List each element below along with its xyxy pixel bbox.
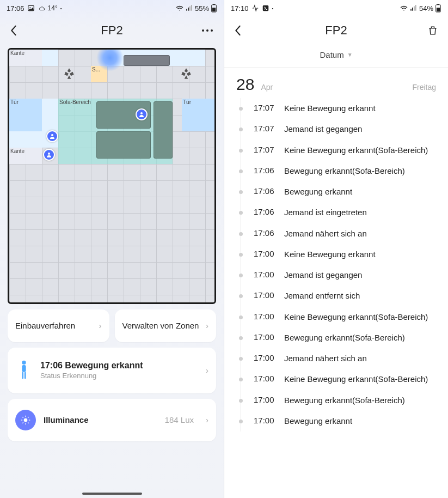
app-icon <box>262 4 269 12</box>
log-row[interactable]: 17:07Jemand ist gegangen <box>224 119 448 139</box>
log-message: Bewegung erkannt(Sofa-Bereich) <box>284 332 405 343</box>
furniture-sofa <box>96 131 151 159</box>
zone-edge-1[interactable]: Kante <box>9 50 42 66</box>
log-row[interactable]: 17:00Keine Bewegung erkannt(Sofa-Bereich… <box>224 369 448 390</box>
log-time: 17:00 <box>254 332 284 342</box>
plant-icon <box>61 66 77 82</box>
timeline-dot-icon <box>239 315 243 319</box>
timeline-dot-icon <box>239 211 243 215</box>
log-time: 17:00 <box>254 249 284 258</box>
dot-icon: • <box>60 6 62 11</box>
log-row[interactable]: 17:00Keine Bewegung erkannt <box>224 244 448 265</box>
image-icon <box>27 4 35 12</box>
log-time: 17:00 <box>254 374 284 383</box>
zone-door-2[interactable]: Tür <box>182 99 214 131</box>
log-message: Jemand nähert sich an <box>284 228 367 239</box>
svg-rect-34 <box>437 4 439 5</box>
log-row[interactable]: 17:00Bewegung erkannt(Sofa-Bereich) <box>224 390 448 411</box>
timeline-dot-icon <box>239 127 243 131</box>
delete-button[interactable] <box>416 25 438 37</box>
sensor-beam-icon <box>96 48 124 71</box>
illuminance-label: Illuminance <box>44 415 89 424</box>
log-message: Jemand ist eingetreten <box>284 207 367 218</box>
svg-line-25 <box>28 422 29 423</box>
log-message: Bewegung erkannt(Sofa-Bereich) <box>284 166 405 177</box>
battery-icon <box>211 4 217 13</box>
back-button[interactable] <box>10 25 32 37</box>
log-time: 17:00 <box>254 416 284 425</box>
dot-icon: • <box>272 6 274 11</box>
log-message: Keine Bewegung erkannt <box>284 103 376 114</box>
app-header: FP2 <box>0 16 224 45</box>
svg-point-11 <box>211 29 213 32</box>
timeline-dot-icon <box>239 294 243 298</box>
illuminance-card[interactable]: Illuminance 184 Lux › <box>8 399 216 441</box>
svg-point-12 <box>140 112 143 114</box>
log-message: Keine Bewegung erkannt(Sofa-Bereich) <box>284 374 428 385</box>
svg-rect-3 <box>188 8 189 11</box>
motion-status-subtitle: Status Erkennung <box>40 372 195 380</box>
zone-door-1[interactable]: Tür <box>9 99 42 131</box>
log-row[interactable]: 17:07Keine Bewegung erkannt(Sofa-Bereich… <box>224 140 448 161</box>
log-time: 17:00 <box>254 312 284 321</box>
timeline-dot-icon <box>239 190 243 194</box>
svg-rect-5 <box>191 5 192 11</box>
log-row[interactable]: 17:06Bewegung erkannt(Sofa-Bereich) <box>224 161 448 181</box>
signal-icon <box>186 4 193 12</box>
motion-status-card[interactable]: 17:06 Bewegung erkannt Status Erkennung … <box>8 348 216 393</box>
log-row[interactable]: 17:06Jemand ist eingetreten <box>224 202 448 223</box>
home-indicator[interactable] <box>82 493 142 495</box>
install-method-button[interactable]: Einbauverfahren › <box>8 309 109 342</box>
log-row[interactable]: 17:00Jemand nähert sich an <box>224 348 448 369</box>
brightness-icon <box>15 410 36 430</box>
page-title: FP2 <box>101 23 122 38</box>
back-button[interactable] <box>234 25 256 37</box>
timeline-dot-icon <box>239 107 243 111</box>
log-row[interactable]: 17:00Bewegung erkannt <box>224 411 448 432</box>
log-time: 17:00 <box>254 395 284 404</box>
sensor-overview-pane: 17:06 14° • 55% FP2 <box>0 0 224 498</box>
status-bar: 17:10 • 54% <box>224 0 448 16</box>
log-time: 17:06 <box>254 186 284 196</box>
activity-icon <box>251 4 259 12</box>
furniture-table <box>124 55 170 66</box>
log-row[interactable]: 17:00Bewegung erkannt(Sofa-Bereich) <box>224 327 448 348</box>
chevron-right-icon: › <box>206 366 208 375</box>
more-button[interactable] <box>192 28 214 33</box>
chevron-right-icon: › <box>99 321 102 330</box>
timeline-dot-icon <box>239 357 243 361</box>
log-row[interactable]: 17:06Bewegung erkannt <box>224 181 448 202</box>
chevron-down-icon: ▼ <box>347 52 353 58</box>
log-time: 17:07 <box>254 124 284 133</box>
log-time: 17:00 <box>254 270 284 279</box>
svg-rect-32 <box>415 5 416 11</box>
page-title: FP2 <box>325 23 347 38</box>
person-marker <box>136 108 148 120</box>
signal-icon <box>410 4 418 12</box>
log-row[interactable]: 17:07Keine Bewegung erkannt <box>224 98 448 119</box>
battery-icon <box>435 4 441 13</box>
date-filter-dropdown[interactable]: Datum ▼ <box>224 45 448 68</box>
svg-rect-31 <box>414 7 415 11</box>
log-row[interactable]: 17:06Jemand nähert sich an <box>224 223 448 244</box>
status-temp: 14° <box>48 4 58 12</box>
wifi-icon <box>175 4 184 12</box>
floor-map[interactable]: Kante S... Tür Sofa-Bereich Tür Kante <box>8 48 216 304</box>
log-row[interactable]: 17:00Jemand entfernt sich <box>224 286 448 306</box>
plant-icon <box>178 66 194 82</box>
furniture-sofa <box>154 101 173 159</box>
svg-rect-29 <box>410 9 412 11</box>
svg-line-24 <box>22 417 23 418</box>
log-message: Keine Bewegung erkannt(Sofa-Bereich) <box>284 145 428 156</box>
log-row[interactable]: 17:00Keine Bewegung erkannt(Sofa-Bereich… <box>224 307 448 327</box>
log-message: Keine Bewegung erkannt(Sofa-Bereich) <box>284 312 428 323</box>
date-month: Apr <box>261 83 273 92</box>
wifi-icon <box>400 4 408 12</box>
svg-point-9 <box>202 29 204 32</box>
log-row[interactable]: 17:00Jemand ist gegangen <box>224 265 448 286</box>
zone-edge-2[interactable]: Kante <box>9 148 42 164</box>
log-time: 17:00 <box>254 353 284 362</box>
svg-point-1 <box>29 7 30 8</box>
event-log-list[interactable]: 17:07Keine Bewegung erkannt17:07Jemand i… <box>224 98 448 432</box>
manage-zones-button[interactable]: Verwalten von Zonen › <box>115 309 217 342</box>
